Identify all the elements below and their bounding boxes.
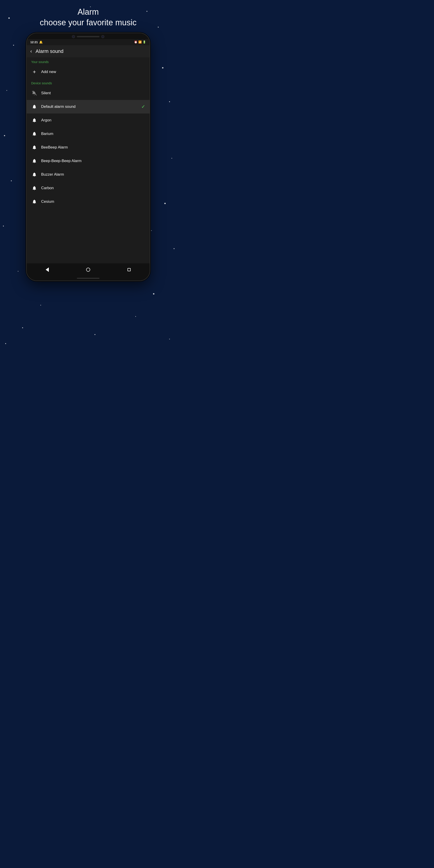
sound-item-beebeep[interactable]: BeeBeep Alarm [27,141,150,154]
sound-name-argon: Argon [41,118,145,123]
your-sounds-label: Your sounds [27,57,150,65]
navigation-bar [27,264,150,276]
sound-item-silent[interactable]: Silent [27,86,150,100]
status-right: ⏰ 📶 🔋 [134,40,146,43]
sound-item-default[interactable]: Default alarm sound ✓ [27,100,150,114]
status-battery-icon: 🔋 [143,40,146,43]
bell-icon-default [31,103,37,110]
bell-muted-icon [31,90,37,96]
add-new-label: Add new [41,70,56,74]
add-new-item[interactable]: + Add new [27,65,150,79]
bell-icon-carbon [31,185,37,191]
back-triangle-icon [46,268,49,272]
sound-header: ‹ Alarm sound [27,45,150,57]
app-content: ⏰ALARM ⏱TIMER ⏱STOPWATCH 12:25 PM ‹ Alar… [27,45,150,276]
header-title: Alarm choose your favorite music [40,7,136,28]
recent-square-icon [127,268,131,271]
sound-name-default: Default alarm sound [41,104,138,109]
home-circle-icon [86,268,90,272]
speaker-grille [77,36,99,37]
bell-icon-argon [31,117,37,123]
add-icon: + [31,69,37,75]
sound-name-beebeep: BeeBeep Alarm [41,145,145,150]
nav-home-button[interactable] [85,267,91,273]
nav-back-button[interactable] [44,267,51,273]
status-alarm-icon: 🔔 [39,40,43,44]
sound-overlay: ‹ Alarm sound Your sounds + Add new Devi… [27,45,150,276]
nav-recent-button[interactable] [126,267,132,273]
sound-item-beepbeepbeep[interactable]: Beep-Beep-Beep Alarm [27,154,150,168]
phone-bottom [27,276,150,281]
sound-item-cesium[interactable]: Cesium [27,195,150,209]
sound-name-barium: Barium [41,131,145,136]
sound-screen-title: Alarm sound [35,49,64,54]
bell-icon-barium [31,131,37,137]
sound-item-carbon[interactable]: Carbon [27,181,150,195]
sound-name-beepbeepbeep: Beep-Beep-Beep Alarm [41,159,145,163]
sound-item-buzzer[interactable]: Buzzer Alarm [27,168,150,181]
bell-icon-cesium [31,198,37,205]
back-button[interactable]: ‹ [30,49,32,54]
sound-name-cesium: Cesium [41,199,145,204]
sound-name-silent: Silent [41,91,145,95]
device-sounds-label: Device sounds [27,79,150,86]
bell-icon-buzzer [31,171,37,178]
status-bar: 12:21 🔔 ⏰ 📶 🔋 [27,39,150,45]
page-header: Alarm choose your favorite music [40,7,136,28]
phone-top [27,33,150,39]
sound-name-buzzer: Buzzer Alarm [41,172,145,177]
bell-icon-beebeep [31,144,37,151]
status-time: 12:21 [30,40,38,44]
sound-item-barium[interactable]: Barium [27,127,150,141]
camera-left [72,35,75,38]
bottom-indicator-bar [77,278,99,279]
camera-right [101,35,104,38]
sound-name-carbon: Carbon [41,186,145,190]
selected-check-icon: ✓ [141,104,145,110]
phone-frame: 12:21 🔔 ⏰ 📶 🔋 ⏰ALARM ⏱TIMER ⏱STOPWATCH 1… [26,33,150,281]
sound-list[interactable]: Your sounds + Add new Device sounds [27,57,150,264]
status-signal-icon: 📶 [138,40,142,43]
bell-icon-beepbeepbeep [31,158,37,164]
status-alarm-icon2: ⏰ [134,40,137,43]
sound-item-argon[interactable]: Argon [27,114,150,127]
status-left: 12:21 🔔 [30,40,43,44]
